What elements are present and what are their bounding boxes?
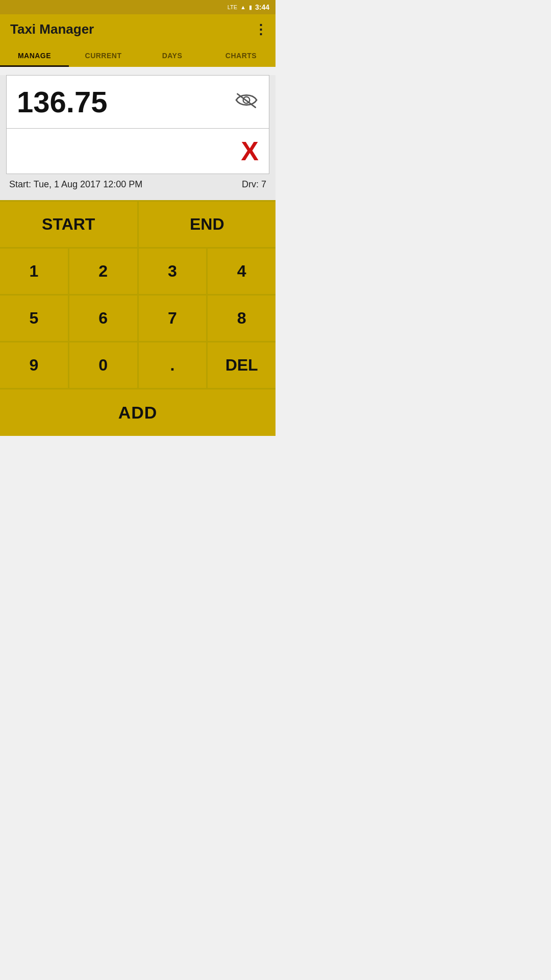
- key-1[interactable]: 1: [0, 249, 68, 294]
- signal-icon: ▲: [240, 4, 246, 10]
- end-button[interactable]: END: [139, 202, 276, 247]
- tab-days[interactable]: DAYS: [138, 44, 207, 67]
- input-box: X: [6, 129, 269, 174]
- tabs: MANAGE CURRENT DAYS CHARTS: [0, 44, 276, 67]
- keypad: START END 1 2 3 4 5 6 7 8 9 0 . DEL ADD: [0, 200, 276, 436]
- key-0[interactable]: 0: [69, 342, 137, 388]
- tab-manage[interactable]: MANAGE: [0, 44, 69, 67]
- key-6[interactable]: 6: [69, 296, 137, 341]
- status-time: 3:44: [255, 3, 269, 11]
- amount-display-box: 136.75: [6, 75, 269, 129]
- key-8[interactable]: 8: [208, 296, 276, 341]
- status-bar: LTE ▲ ▮ 3:44: [0, 0, 276, 14]
- key-2[interactable]: 2: [69, 249, 137, 294]
- key-7[interactable]: 7: [139, 296, 207, 341]
- delete-button[interactable]: X: [241, 138, 259, 164]
- battery-icon: ▮: [249, 4, 252, 11]
- tab-charts[interactable]: CHARTS: [207, 44, 276, 67]
- add-button[interactable]: ADD: [0, 389, 276, 436]
- key-dot[interactable]: .: [139, 342, 207, 388]
- key-4[interactable]: 4: [208, 249, 276, 294]
- key-5[interactable]: 5: [0, 296, 68, 341]
- overflow-menu-icon[interactable]: ⋮: [254, 23, 267, 36]
- key-3[interactable]: 3: [139, 249, 207, 294]
- driver-info: Drv: 7: [242, 179, 266, 190]
- lte-icon: LTE: [228, 4, 237, 10]
- app-title: Taxi Manager: [10, 21, 94, 37]
- key-9[interactable]: 9: [0, 342, 68, 388]
- key-del[interactable]: DEL: [208, 342, 276, 388]
- app-bar: Taxi Manager ⋮: [0, 14, 276, 44]
- toggle-visibility-button[interactable]: [234, 91, 259, 113]
- status-icons: LTE ▲ ▮ 3:44: [228, 3, 269, 11]
- eye-slash-icon: [234, 91, 259, 109]
- amount-value: 136.75: [17, 85, 107, 119]
- start-info: Start: Tue, 1 Aug 2017 12:00 PM: [9, 179, 142, 190]
- tab-current[interactable]: CURRENT: [69, 44, 138, 67]
- main-content: 136.75 X Start: Tue, 1 Aug 2017 12:00 PM…: [0, 75, 276, 436]
- info-row: Start: Tue, 1 Aug 2017 12:00 PM Drv: 7: [0, 174, 276, 195]
- start-button[interactable]: START: [0, 202, 137, 247]
